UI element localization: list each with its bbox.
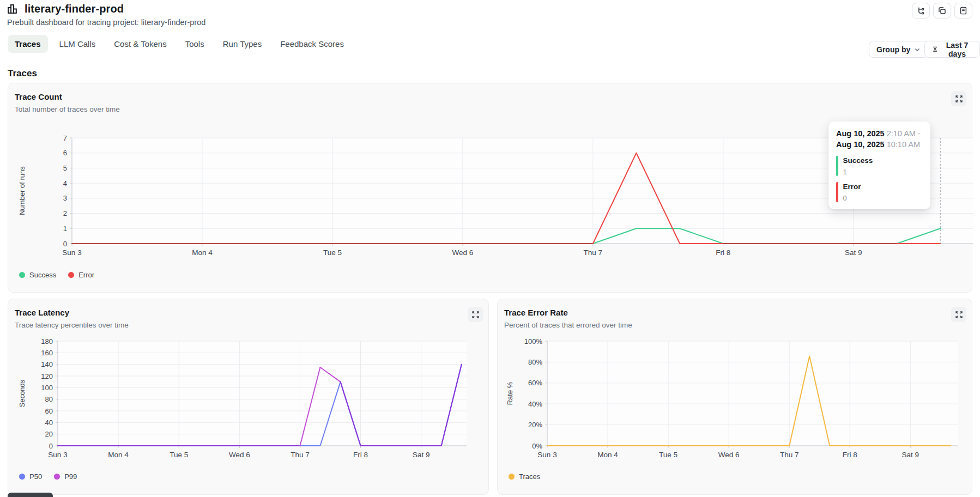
svg-text:Sun 3: Sun 3 <box>48 451 67 459</box>
expand-icon <box>471 311 480 319</box>
group-by-button[interactable]: Group by <box>869 41 928 58</box>
tree-icon <box>916 6 925 15</box>
svg-text:60%: 60% <box>528 379 542 387</box>
svg-text:60: 60 <box>45 407 53 415</box>
page-header: literary-finder-prod <box>7 3 124 15</box>
chevron-down-icon <box>914 46 921 53</box>
svg-text:0%: 0% <box>532 442 542 450</box>
svg-text:20: 20 <box>45 430 53 438</box>
svg-text:7: 7 <box>63 134 67 142</box>
svg-text:Wed 6: Wed 6 <box>229 451 250 459</box>
svg-text:Thu 7: Thu 7 <box>584 248 603 257</box>
tooltip-time-to: 10:10 AM <box>887 140 920 149</box>
svg-text:2: 2 <box>63 209 67 217</box>
tab-feedback-scores[interactable]: Feedback Scores <box>273 35 351 53</box>
legend-item-error[interactable]: Error <box>68 271 94 279</box>
svg-text:Wed 6: Wed 6 <box>452 248 473 257</box>
tooltip-date-range: Aug 10, 2025 2:10 AM - Aug 10, 2025 10:1… <box>836 128 923 150</box>
svg-text:100%: 100% <box>524 337 543 346</box>
svg-text:5: 5 <box>63 164 67 172</box>
header-actions <box>912 3 972 19</box>
chart-legend: P50P99 <box>19 472 77 481</box>
svg-text:160: 160 <box>41 349 53 357</box>
chart-title: Trace Error Rate <box>504 308 568 317</box>
tab-tools[interactable]: Tools <box>178 35 211 53</box>
trace-latency-card: Trace Latency Trace latency percentiles … <box>8 299 489 495</box>
tooltip-time-from: 2:10 AM - <box>887 129 921 138</box>
svg-text:40: 40 <box>45 419 53 427</box>
svg-text:1: 1 <box>63 225 67 233</box>
tab-run-types[interactable]: Run Types <box>216 35 269 53</box>
tab-cost-tokens[interactable]: Cost & Tokens <box>107 35 173 53</box>
chart-title: Trace Count <box>15 92 62 101</box>
svg-text:40%: 40% <box>528 400 542 408</box>
svg-text:120: 120 <box>41 372 53 380</box>
svg-text:Tue 5: Tue 5 <box>323 248 342 257</box>
legend-item-traces[interactable]: Traces <box>509 472 540 481</box>
svg-text:Mon 4: Mon 4 <box>192 248 213 257</box>
svg-text:Sat 9: Sat 9 <box>845 248 862 257</box>
expand-icon <box>955 95 963 103</box>
chart-subtitle: Total number of traces over time <box>15 105 120 113</box>
svg-text:Fri 8: Fri 8 <box>716 248 730 257</box>
svg-text:Number of runs: Number of runs <box>18 166 26 215</box>
trace-latency-chart[interactable]: 020406080100120140160180Sun 3Mon 4Tue 5W… <box>8 329 489 465</box>
svg-text:Wed 6: Wed 6 <box>718 451 740 459</box>
expand-button[interactable] <box>951 91 966 106</box>
trace-count-card: Trace Count Total number of traces over … <box>8 83 972 293</box>
chart-tooltip: Aug 10, 2025 2:10 AM - Aug 10, 2025 10:1… <box>828 122 930 209</box>
svg-text:Mon 4: Mon 4 <box>597 451 618 459</box>
svg-text:80%: 80% <box>528 358 542 366</box>
notes-icon <box>959 6 968 15</box>
svg-text:6: 6 <box>63 149 67 157</box>
obscured-bottom-element <box>8 493 53 497</box>
svg-text:Mon 4: Mon 4 <box>108 451 129 459</box>
svg-text:Rate %: Rate % <box>506 381 514 405</box>
svg-text:Thu 7: Thu 7 <box>291 451 310 459</box>
tab-traces[interactable]: Traces <box>8 35 48 53</box>
svg-text:80: 80 <box>45 395 53 403</box>
expand-icon <box>955 311 963 319</box>
notes-button[interactable] <box>954 3 972 19</box>
legend-item-success[interactable]: Success <box>19 271 56 279</box>
svg-text:Tue 5: Tue 5 <box>170 451 188 459</box>
svg-text:Sat 9: Sat 9 <box>902 451 919 459</box>
svg-text:Seconds: Seconds <box>18 379 26 407</box>
copy-button[interactable] <box>933 3 951 19</box>
tooltip-series-row: Success1 <box>836 156 923 176</box>
tree-view-button[interactable] <box>912 3 930 19</box>
legend-item-p99[interactable]: P99 <box>54 472 77 481</box>
tooltip-series-row: Error0 <box>836 182 923 202</box>
page-subtitle: Prebuilt dashboard for tracing project: … <box>7 18 205 27</box>
chart-subtitle: Percent of traces that errored over time <box>504 321 632 329</box>
svg-text:100: 100 <box>41 384 53 392</box>
svg-text:Tue 5: Tue 5 <box>659 451 677 459</box>
tab-llm-calls[interactable]: LLM Calls <box>52 35 103 53</box>
svg-text:140: 140 <box>41 360 53 368</box>
chart-legend: SuccessError <box>19 271 94 279</box>
copy-icon <box>937 6 947 15</box>
group-by-label: Group by <box>876 45 910 54</box>
svg-text:180: 180 <box>41 337 53 346</box>
time-range-button[interactable]: Last 7 days <box>924 41 980 58</box>
hourglass-icon <box>932 45 938 53</box>
trace-error-rate-card: Trace Error Rate Percent of traces that … <box>497 299 972 495</box>
tooltip-date-from: Aug 10, 2025 <box>836 129 885 138</box>
svg-text:Sun 3: Sun 3 <box>62 248 81 257</box>
page-title: literary-finder-prod <box>25 3 124 15</box>
svg-text:0: 0 <box>63 240 67 248</box>
svg-text:Fri 8: Fri 8 <box>843 451 857 459</box>
svg-text:3: 3 <box>63 194 67 202</box>
section-title: Traces <box>8 68 37 79</box>
dashboard-tabs: TracesLLM CallsCost & TokensToolsRun Typ… <box>8 35 351 53</box>
svg-text:4: 4 <box>63 179 67 187</box>
svg-text:20%: 20% <box>528 421 542 429</box>
trace-error-rate-chart[interactable]: 0%20%40%60%80%100%Sun 3Mon 4Tue 5Wed 6Th… <box>498 329 973 465</box>
legend-item-p50[interactable]: P50 <box>19 472 42 481</box>
expand-button[interactable] <box>468 307 483 322</box>
time-range-label: Last 7 days <box>942 41 972 58</box>
expand-button[interactable] <box>951 307 966 322</box>
bar-chart-icon <box>7 3 19 15</box>
svg-text:Sat 9: Sat 9 <box>413 451 430 459</box>
svg-text:Sun 3: Sun 3 <box>537 451 556 459</box>
